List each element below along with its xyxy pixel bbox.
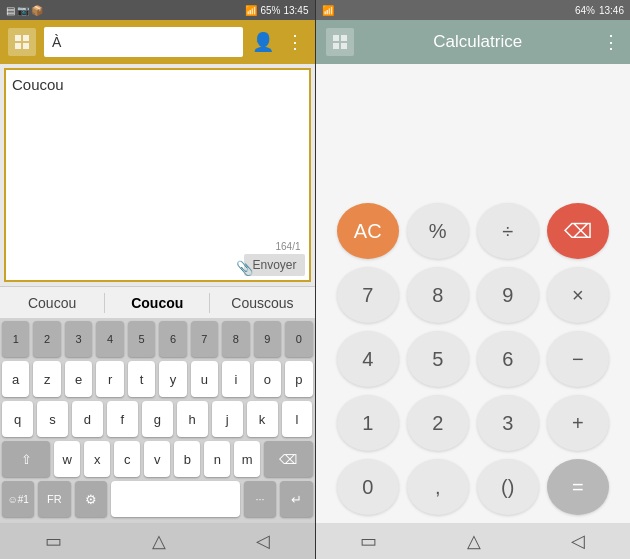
enter-key[interactable]: ↵: [280, 481, 312, 517]
key-4[interactable]: 4: [96, 321, 123, 357]
calc-equals-button[interactable]: =: [547, 459, 609, 515]
key-f[interactable]: f: [107, 401, 138, 437]
calc-grid-icon[interactable]: [326, 28, 354, 56]
svg-rect-3: [23, 43, 29, 49]
key-i[interactable]: i: [222, 361, 249, 397]
calc-comma-button[interactable]: ,: [407, 459, 469, 515]
key-b[interactable]: b: [174, 441, 200, 477]
key-j[interactable]: j: [212, 401, 243, 437]
svg-rect-4: [333, 35, 339, 41]
calc-1-button[interactable]: 1: [337, 395, 399, 451]
clock-left: 13:45: [283, 5, 308, 16]
key-7[interactable]: 7: [191, 321, 218, 357]
calc-more-icon[interactable]: ⋮: [602, 31, 620, 53]
back-icon-right[interactable]: ◁: [571, 530, 585, 552]
key-h[interactable]: h: [177, 401, 208, 437]
calc-backspace-button[interactable]: ⌫: [547, 203, 609, 259]
lang-key[interactable]: FR: [38, 481, 70, 517]
calc-ac-button[interactable]: AC: [337, 203, 399, 259]
key-5[interactable]: 5: [128, 321, 155, 357]
recipient-field[interactable]: À: [44, 27, 243, 57]
key-w[interactable]: w: [54, 441, 80, 477]
calc-buttons: AC % ÷ ⌫ 7 8 9 × 4 5 6 − 1 2 3 + 0 ,: [316, 195, 631, 523]
home-icon[interactable]: △: [152, 530, 166, 552]
key-v[interactable]: v: [144, 441, 170, 477]
calc-divide-button[interactable]: ÷: [477, 203, 539, 259]
message-area[interactable]: Coucou 164/1 Envoyer 📎: [4, 68, 311, 282]
package-icon: 📦: [31, 5, 43, 16]
calc-7-button[interactable]: 7: [337, 267, 399, 323]
calc-9-button[interactable]: 9: [477, 267, 539, 323]
calc-display: [316, 64, 631, 195]
contact-icon[interactable]: 👤: [251, 30, 275, 54]
key-e[interactable]: e: [65, 361, 92, 397]
calc-4-button[interactable]: 4: [337, 331, 399, 387]
key-p[interactable]: p: [285, 361, 312, 397]
calc-8-button[interactable]: 8: [407, 267, 469, 323]
key-o[interactable]: o: [254, 361, 281, 397]
calc-0-button[interactable]: 0: [337, 459, 399, 515]
svg-rect-6: [333, 43, 339, 49]
calc-percent-button[interactable]: %: [407, 203, 469, 259]
key-g[interactable]: g: [142, 401, 173, 437]
shift-key[interactable]: ⇧: [2, 441, 50, 477]
attach-icon[interactable]: 📎: [236, 260, 253, 276]
clock-right: 13:46: [599, 5, 624, 16]
key-a[interactable]: a: [2, 361, 29, 397]
calc-6-button[interactable]: 6: [477, 331, 539, 387]
recent-apps-icon[interactable]: ▭: [45, 530, 62, 552]
calc-parens-button[interactable]: (): [477, 459, 539, 515]
signal-right: 📶: [322, 5, 334, 16]
key-d[interactable]: d: [72, 401, 103, 437]
svg-rect-7: [341, 43, 347, 49]
key-t[interactable]: t: [128, 361, 155, 397]
more-key[interactable]: ···: [244, 481, 276, 517]
autocomplete-word-3[interactable]: Couscous: [210, 291, 314, 315]
grid-icon[interactable]: [8, 28, 36, 56]
key-m[interactable]: m: [234, 441, 260, 477]
settings-key[interactable]: ⚙: [75, 481, 107, 517]
key-3[interactable]: 3: [65, 321, 92, 357]
autocomplete-word-2[interactable]: Coucou: [105, 291, 209, 315]
calc-2-button[interactable]: 2: [407, 395, 469, 451]
key-s[interactable]: s: [37, 401, 68, 437]
calc-3-button[interactable]: 3: [477, 395, 539, 451]
emoji-key[interactable]: ☺#1: [2, 481, 34, 517]
backspace-key[interactable]: ⌫: [264, 441, 312, 477]
key-row-bottom: ☺#1 FR ⚙ ··· ↵: [2, 481, 313, 517]
key-c[interactable]: c: [114, 441, 140, 477]
calc-5-button[interactable]: 5: [407, 331, 469, 387]
key-n[interactable]: n: [204, 441, 230, 477]
key-q[interactable]: q: [2, 401, 33, 437]
key-l[interactable]: l: [282, 401, 313, 437]
key-1[interactable]: 1: [2, 321, 29, 357]
back-icon[interactable]: ◁: [256, 530, 270, 552]
key-2[interactable]: 2: [33, 321, 60, 357]
status-right-right-icons: 64% 13:46: [575, 5, 624, 16]
key-8[interactable]: 8: [222, 321, 249, 357]
space-key[interactable]: [111, 481, 240, 517]
key-k[interactable]: k: [247, 401, 278, 437]
key-r[interactable]: r: [96, 361, 123, 397]
status-right-left-icons: 📶: [322, 5, 334, 16]
send-button[interactable]: Envoyer: [244, 254, 304, 276]
key-0[interactable]: 0: [285, 321, 312, 357]
calc-plus-button[interactable]: +: [547, 395, 609, 451]
calc-title: Calculatrice: [433, 32, 522, 52]
key-9[interactable]: 9: [254, 321, 281, 357]
more-options-icon[interactable]: ⋮: [283, 30, 307, 54]
key-x[interactable]: x: [84, 441, 110, 477]
calc-minus-button[interactable]: −: [547, 331, 609, 387]
calc-row-2: 7 8 9 ×: [324, 267, 623, 323]
key-z[interactable]: z: [33, 361, 60, 397]
nav-bar-right: ▭ △ ◁: [316, 523, 631, 559]
autocomplete-word-1[interactable]: Coucou: [0, 291, 104, 315]
key-u[interactable]: u: [191, 361, 218, 397]
home-icon-right[interactable]: △: [467, 530, 481, 552]
calc-multiply-button[interactable]: ×: [547, 267, 609, 323]
key-6[interactable]: 6: [159, 321, 186, 357]
app-bar-right: Calculatrice ⋮: [316, 20, 631, 64]
key-y[interactable]: y: [159, 361, 186, 397]
status-bar-left: ▤ 📷 📦 📶 65% 13:45: [0, 0, 315, 20]
recent-apps-icon-right[interactable]: ▭: [360, 530, 377, 552]
